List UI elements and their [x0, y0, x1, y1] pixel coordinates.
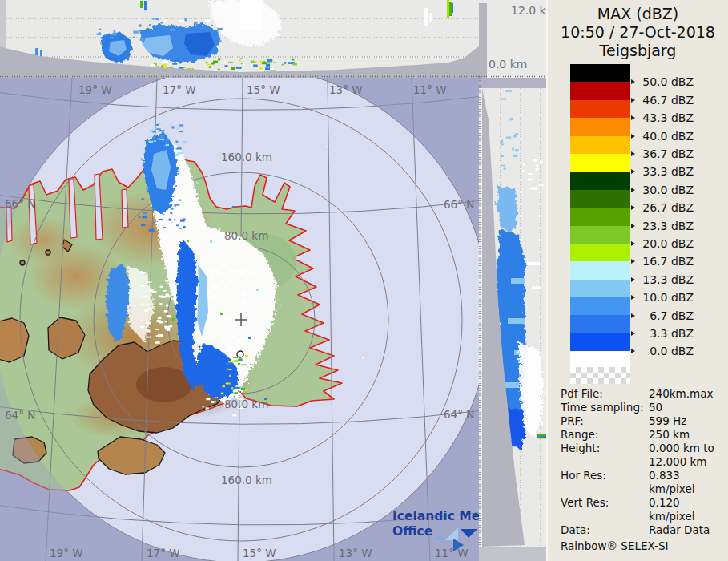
info-row: 12.000 km	[561, 455, 725, 469]
colorbar-tick-label: 26.7 dBZ	[631, 202, 694, 213]
svg-text:160.0 km: 160.0 km	[221, 151, 272, 163]
colorbar-band	[570, 190, 630, 208]
svg-text:64° N: 64° N	[5, 409, 35, 422]
svg-text:64° N: 64° N	[444, 408, 474, 421]
colorbar-band	[570, 280, 630, 297]
info-row: Time sampling:50	[561, 401, 725, 414]
colorbar-band	[570, 172, 630, 189]
info-row: Height:0.000 km to	[561, 442, 725, 455]
tick-arrow-icon	[631, 241, 635, 246]
info-row: Data:Radar Data	[561, 523, 725, 537]
svg-text:15° W: 15° W	[247, 83, 280, 96]
tick-arrow-icon	[631, 134, 635, 139]
svg-text:160.0 km: 160.0 km	[221, 474, 272, 486]
colorbar-band	[570, 244, 630, 261]
height-axis-corner: 12.0 km 0.0 km	[479, 0, 546, 78]
product-info-block: Pdf File:240km.maxTime sampling:50PRF:59…	[561, 387, 725, 553]
colorbar-tick-label: 33.3 dBZ	[631, 166, 694, 177]
info-row: Vert Res:0.120 km/pixel	[561, 496, 725, 523]
colorbar-band	[570, 154, 630, 172]
right-profile-canvas	[479, 78, 546, 561]
svg-text:80.0 km: 80.0 km	[224, 229, 268, 242]
colorbar-tick-label: 16.7 dBZ	[631, 256, 694, 267]
colorbar-band	[570, 100, 630, 118]
colorbar-tick-label: 13.3 dBZ	[631, 274, 694, 285]
logo-text-line2: Office	[392, 524, 432, 539]
colorbar-band	[570, 64, 630, 82]
colorbar-tick-label: 3.3 dBZ	[631, 328, 694, 339]
colorbar-band	[570, 315, 630, 333]
legend-panel: MAX (dBZ) 10:50 / 27-Oct-2018 Teigsbjarg…	[546, 0, 728, 561]
colorbar-band	[570, 136, 630, 154]
colorbar-tick-label: 43.3 dBZ	[631, 112, 694, 123]
station-name: Teigsbjarg	[548, 42, 728, 60]
colorbar-band-below-zero	[570, 351, 630, 367]
svg-text:17° W: 17° W	[147, 547, 180, 559]
colorbar-tick-label: 36.7 dBZ	[631, 148, 694, 159]
colorbar-band	[570, 208, 630, 225]
tick-arrow-icon	[631, 224, 635, 228]
right-height-profile-strip	[479, 78, 546, 561]
colorbar-tick-label: 20.0 dBZ	[631, 238, 694, 249]
tick-arrow-icon	[631, 115, 635, 120]
tick-arrow-icon	[631, 205, 635, 210]
tick-arrow-icon	[631, 188, 635, 192]
logo-text-line1: Icelandic Met	[392, 509, 479, 523]
product-title: MAX (dBZ)	[548, 5, 728, 23]
info-row: Pdf File:240km.max	[561, 387, 725, 401]
svg-text:17° W: 17° W	[163, 83, 196, 96]
top-height-profile-strip	[0, 0, 479, 78]
tick-arrow-icon	[631, 259, 635, 264]
svg-text:11° W: 11° W	[413, 83, 447, 96]
tick-arrow-icon	[631, 331, 635, 336]
svg-text:15° W: 15° W	[243, 547, 276, 559]
svg-text:13° W: 13° W	[329, 83, 363, 96]
colorbar-tick-label: 23.3 dBZ	[631, 220, 694, 232]
colorbar-tick-label: 40.0 dBZ	[631, 131, 694, 142]
colorbar-tick-label: 50.0 dBZ	[631, 76, 694, 87]
svg-text:19° W: 19° W	[50, 547, 83, 559]
top-profile-canvas	[0, 0, 479, 78]
info-row: Range:250 km	[561, 428, 725, 442]
svg-text:11° W: 11° W	[435, 547, 469, 559]
tick-arrow-icon	[631, 295, 635, 300]
tick-arrow-icon	[631, 277, 635, 282]
map-canvas: 19° W 17° W 15° W 13° W 11° W 19° W 17° …	[0, 78, 479, 561]
height-axis-min-label: 0.0 km	[489, 58, 527, 71]
product-datetime: 10:50 / 27-Oct-2018	[548, 23, 728, 42]
tick-arrow-icon	[631, 151, 635, 156]
radar-application-window: 12.0 km 0.0 km	[0, 0, 728, 561]
colorbar-tick-label: 0.0 dBZ	[631, 345, 694, 357]
colorbar-tick-label: 46.7 dBZ	[631, 95, 694, 106]
svg-text:80.0 km: 80.0 km	[224, 398, 268, 410]
svg-text:13° W: 13° W	[339, 547, 372, 559]
radar-map-view: 19° W 17° W 15° W 13° W 11° W 19° W 17° …	[0, 78, 479, 561]
colorbar-transparent-checker	[570, 367, 630, 384]
tick-arrow-icon	[631, 98, 635, 103]
colorbar-band	[570, 118, 630, 135]
tick-arrow-icon	[631, 79, 635, 84]
info-row: Hor Res:0.833 km/pixel	[561, 469, 725, 496]
tick-arrow-icon	[631, 349, 635, 353]
svg-text:19° W: 19° W	[78, 83, 112, 96]
colorbar-tick-label: 30.0 dBZ	[631, 184, 694, 196]
colorbar-band	[570, 297, 630, 315]
svg-text:66° N: 66° N	[5, 197, 35, 210]
dbz-colorbar	[570, 64, 630, 384]
svg-text:66° N: 66° N	[444, 198, 474, 211]
tick-arrow-icon	[631, 313, 635, 318]
colorbar-tick-label: 10.0 dBZ	[631, 292, 694, 303]
colorbar-band	[570, 333, 630, 351]
colorbar-band	[570, 82, 630, 99]
info-row: PRF:599 Hz	[561, 414, 725, 428]
tick-arrow-icon	[631, 169, 635, 174]
colorbar-band	[570, 261, 630, 279]
colorbar-tick-label: 6.7 dBZ	[631, 310, 694, 321]
software-brand: Rainbow® SELEX-SI	[561, 539, 725, 553]
colorbar-band	[570, 226, 630, 244]
